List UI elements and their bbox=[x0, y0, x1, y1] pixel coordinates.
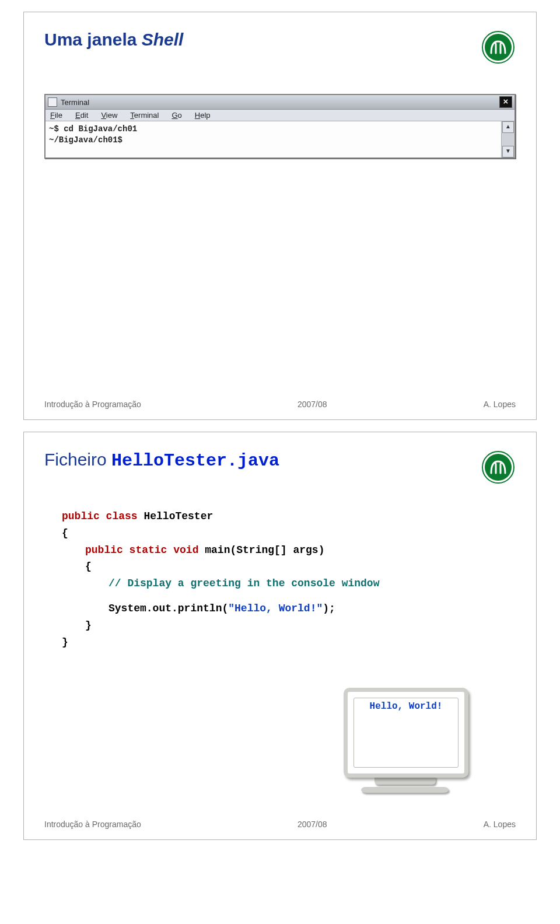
title-italic: Shell bbox=[142, 30, 184, 49]
monitor-illustration: Hello, World! bbox=[329, 688, 481, 793]
kw-public-class: public class bbox=[62, 510, 144, 522]
university-logo bbox=[481, 30, 516, 65]
terminal-body-wrap: ~$ cd BigJava/ch01 ~/BigJava/ch01$ ▲ ▼ bbox=[46, 121, 514, 158]
code-blank bbox=[62, 592, 516, 600]
title-filename: HelloTester.java bbox=[111, 451, 279, 471]
terminal-titlebar: Terminal × bbox=[46, 95, 514, 110]
menu-terminal[interactable]: Terminal bbox=[130, 111, 159, 120]
code-line-6: System.out.println("Hello, World!"); bbox=[108, 600, 516, 617]
title-text: Ficheiro bbox=[44, 450, 111, 469]
code-line-1: public class HelloTester bbox=[62, 508, 516, 525]
footer-right: A. Lopes bbox=[484, 400, 516, 409]
code-line-4: { bbox=[85, 558, 516, 575]
monitor-base bbox=[361, 787, 449, 793]
monitor-output-text: Hello, World! bbox=[348, 701, 464, 712]
code-line-8: } bbox=[62, 634, 516, 651]
slide-title: Uma janela Shell bbox=[44, 30, 183, 50]
slide-header: Ficheiro HelloTester.java bbox=[44, 450, 516, 485]
footer-left: Introdução à Programação bbox=[44, 820, 141, 829]
close-icon[interactable]: × bbox=[499, 96, 512, 108]
menu-file[interactable]: File bbox=[50, 111, 62, 120]
menu-help[interactable]: Help bbox=[195, 111, 211, 120]
code-call-end: ); bbox=[323, 603, 335, 614]
monitor-screen: Hello, World! bbox=[344, 688, 466, 778]
slide-header: Uma janela Shell bbox=[44, 30, 516, 65]
svg-point-1 bbox=[485, 34, 512, 61]
footer-right: A. Lopes bbox=[484, 820, 516, 829]
terminal-content[interactable]: ~$ cd BigJava/ch01 ~/BigJava/ch01$ bbox=[46, 121, 501, 158]
terminal-menubar: File Edit View Terminal Go Help bbox=[46, 110, 514, 121]
title-text: Uma janela bbox=[44, 30, 142, 49]
method-name: main(String[] args) bbox=[205, 544, 324, 556]
code-comment: // Display a greeting in the console win… bbox=[108, 575, 516, 592]
code-line-2: { bbox=[62, 525, 516, 542]
slide-uma-janela-shell: Uma janela Shell Terminal × File Edit Vi… bbox=[23, 12, 537, 420]
code-block: public class HelloTester { public static… bbox=[62, 508, 516, 650]
menu-go[interactable]: Go bbox=[172, 111, 181, 120]
footer-left: Introdução à Programação bbox=[44, 400, 141, 409]
terminal-scrollbar[interactable]: ▲ ▼ bbox=[501, 121, 514, 158]
footer-center: 2007/08 bbox=[298, 400, 327, 409]
menu-edit[interactable]: Edit bbox=[75, 111, 88, 120]
code-line-7: } bbox=[85, 617, 516, 634]
footer-center: 2007/08 bbox=[298, 820, 327, 829]
terminal-line1: ~$ cd BigJava/ch01 bbox=[49, 124, 137, 134]
university-logo bbox=[481, 450, 516, 485]
terminal-window: Terminal × File Edit View Terminal Go He… bbox=[44, 94, 516, 159]
slide-ficheiro-hellotester: Ficheiro HelloTester.java public class H… bbox=[23, 432, 537, 840]
scroll-down-icon[interactable]: ▼ bbox=[502, 146, 514, 158]
class-name: HelloTester bbox=[144, 510, 213, 522]
slide-footer: Introdução à Programação 2007/08 A. Lope… bbox=[44, 400, 516, 409]
slide-title: Ficheiro HelloTester.java bbox=[44, 450, 279, 471]
menu-view[interactable]: View bbox=[101, 111, 117, 120]
code-line-3: public static void main(String[] args) bbox=[85, 542, 516, 559]
kw-method-sig: public static void bbox=[85, 544, 205, 556]
code-string: "Hello, World!" bbox=[228, 603, 323, 614]
terminal-line2: ~/BigJava/ch01$ bbox=[49, 135, 123, 145]
scroll-up-icon[interactable]: ▲ bbox=[502, 121, 514, 133]
terminal-system-icon bbox=[48, 97, 57, 107]
terminal-title: Terminal bbox=[61, 98, 89, 107]
svg-point-3 bbox=[485, 454, 512, 481]
slide-footer: Introdução à Programação 2007/08 A. Lope… bbox=[44, 820, 516, 829]
code-call: System.out.println( bbox=[108, 603, 228, 614]
